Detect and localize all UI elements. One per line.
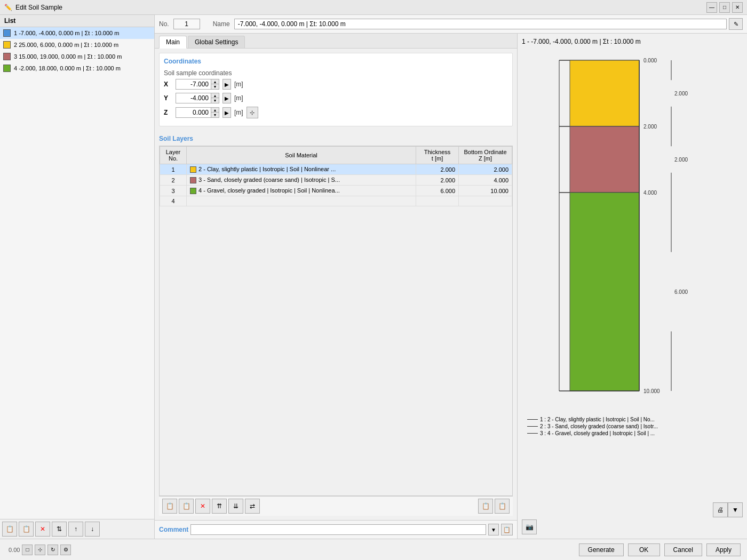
layer-thickness-cell: 2.000 — [416, 175, 459, 186]
y-arrow-button[interactable]: ▶ — [222, 93, 231, 103]
x-unit: [m] — [234, 81, 243, 88]
x-arrow-button[interactable]: ▶ — [222, 79, 231, 90]
move-up-button[interactable]: ↑ — [68, 522, 83, 537]
move-down-button[interactable]: ↓ — [85, 522, 100, 537]
name-input[interactable] — [234, 19, 727, 29]
z-decrement-button[interactable]: ▼ — [211, 113, 219, 117]
bottom-bar: 0.00 □ ⊹ ↻ ⚙ Generate OK Cancel Apply — [0, 539, 747, 560]
legend-text: 1 : 2 - Clay, slightly plastic | Isotrop… — [540, 417, 655, 422]
layer-action1-button[interactable]: ⇈ — [212, 499, 227, 514]
status-icon4[interactable]: ⚙ — [60, 545, 71, 555]
z-increment-button[interactable]: ▲ — [211, 108, 219, 113]
list-item[interactable]: 3 15.000, 19.000, 0.000 m | Σt : 10.000 … — [0, 51, 154, 62]
apply-button[interactable]: Apply — [706, 543, 741, 556]
legend-dash — [527, 426, 538, 427]
col-bottom-ordinate: Bottom OrdinateZ [m] — [459, 147, 512, 164]
legend-dash — [527, 419, 538, 420]
y-input[interactable] — [176, 93, 211, 103]
layer-toolbar-left: 📋 📋 ✕ ⇈ ⇊ ⇄ — [162, 499, 260, 514]
layer-material-cell: 3 - Sand, closely graded (coarse sand) |… — [187, 175, 416, 186]
duplicate-layer-button[interactable]: 📋 — [179, 499, 194, 514]
x-input[interactable] — [176, 79, 211, 89]
y-decrement-button[interactable]: ▼ — [211, 98, 219, 103]
z-axis-label: Z — [164, 109, 172, 116]
viz-camera-button[interactable]: 📷 — [522, 519, 537, 534]
layer-color-box — [190, 177, 196, 183]
status-icon3[interactable]: ↻ — [47, 545, 58, 555]
name-edit-button[interactable]: ✎ — [729, 18, 743, 30]
x-decrement-button[interactable]: ▼ — [211, 84, 219, 89]
list-item[interactable]: 4 -2.000, 18.000, 0.000 m | Σt : 10.000 … — [0, 62, 154, 74]
ok-button[interactable]: OK — [628, 543, 660, 556]
x-spinbox[interactable]: ▲ ▼ — [176, 79, 219, 90]
titlebar-title: Edit Soil Sample — [15, 4, 62, 11]
layer-bottom-cell: 2.000 — [459, 164, 512, 175]
layer-copy-button[interactable]: 📋 — [478, 499, 493, 514]
minimize-button[interactable]: — — [706, 2, 717, 13]
svg-text:10.000: 10.000 — [643, 388, 660, 394]
layer-bottom-cell — [459, 196, 512, 206]
add-layer-button[interactable]: 📋 — [162, 499, 177, 514]
list-item[interactable]: 1 -7.000, -4.000, 0.000 m | Σt : 10.000 … — [0, 27, 154, 39]
svg-rect-16 — [570, 193, 639, 391]
comment-input[interactable] — [190, 524, 486, 535]
list-item-color — [3, 41, 11, 49]
status-icon2[interactable]: ⊹ — [35, 545, 45, 555]
list-item[interactable]: 2 25.000, 6.000, 0.000 m | Σt : 10.000 m — [0, 39, 154, 51]
sort-icon: ⇅ — [57, 525, 62, 533]
close-button[interactable]: ✕ — [732, 2, 743, 13]
x-increment-button[interactable]: ▲ — [211, 79, 219, 84]
comment-dropdown-button[interactable]: ▼ — [488, 524, 499, 535]
z-arrow-button[interactable]: ▶ — [222, 107, 231, 118]
layer-bottom-cell: 10.000 — [459, 186, 512, 196]
comment-label: Comment — [159, 526, 188, 533]
z-spinners: ▲ ▼ — [211, 108, 219, 117]
coordinates-sub-label: Soil sample coordinates — [164, 69, 508, 77]
maximize-button[interactable]: □ — [719, 2, 730, 13]
cancel-button[interactable]: Cancel — [664, 543, 702, 556]
titlebar-controls[interactable]: — □ ✕ — [706, 2, 743, 13]
delete-item-button[interactable]: ✕ — [35, 522, 50, 537]
comment-copy-button[interactable]: 📋 — [501, 524, 513, 535]
soil-column-svg: 0.0002.0002.0004.0002.00010.0006.000 — [527, 50, 730, 412]
add-item-button[interactable]: 📋 — [2, 522, 17, 537]
x-axis-label: X — [164, 81, 172, 88]
table-row[interactable]: 34 - Gravel, closely graded | Isotropic … — [160, 186, 512, 196]
svg-text:2.000: 2.000 — [674, 157, 688, 163]
table-row[interactable]: 23 - Sand, closely graded (coarse sand) … — [160, 175, 512, 186]
duplicate-item-button[interactable]: 📋 — [19, 522, 34, 537]
layer-thickness-cell: 6.000 — [416, 186, 459, 196]
table-row[interactable]: 12 - Clay, slightly plastic | Isotropic … — [160, 164, 512, 175]
z-input[interactable] — [176, 108, 211, 117]
svg-text:2.000: 2.000 — [643, 124, 657, 130]
layer-paste-button[interactable]: 📋 — [495, 499, 510, 514]
svg-rect-9 — [570, 126, 639, 193]
y-spinbox[interactable]: ▲ ▼ — [176, 93, 219, 103]
list-items: 1 -7.000, -4.000, 0.000 m | Σt : 10.000 … — [0, 27, 154, 519]
delete-icon: ✕ — [40, 525, 45, 533]
layer-action2-button[interactable]: ⇊ — [228, 499, 243, 514]
status-icon1[interactable]: □ — [22, 545, 33, 555]
viz-print-button[interactable]: 🖨 — [713, 502, 728, 517]
layer-no-cell: 1 — [160, 164, 187, 175]
y-spinners: ▲ ▼ — [211, 93, 219, 103]
table-row[interactable]: 4 — [160, 196, 512, 206]
y-increment-button[interactable]: ▲ — [211, 93, 219, 98]
list-item-color — [3, 53, 11, 60]
top-bar: No. 1 Name ✎ — [155, 15, 747, 34]
generate-button[interactable]: Generate — [579, 543, 624, 556]
layer-material-text: 2 - Clay, slightly plastic | Isotropic |… — [198, 166, 336, 172]
legend-text: 3 : 4 - Gravel, closely graded | Isotrop… — [540, 430, 655, 436]
pick-point-button[interactable]: ⊹ — [247, 107, 258, 118]
tab-global[interactable]: Global Settings — [188, 36, 245, 48]
tab-main[interactable]: Main — [159, 36, 187, 49]
legend: 1 : 2 - Clay, slightly plastic | Isotrop… — [527, 417, 658, 437]
duplicate-icon: 📋 — [22, 525, 30, 533]
viz-dropdown-button[interactable]: ▼ — [728, 502, 743, 517]
layer-action3-button[interactable]: ⇄ — [245, 499, 260, 514]
z-spinbox[interactable]: ▲ ▼ — [176, 107, 219, 118]
layer-material-cell: 4 - Gravel, closely graded | Isotropic |… — [187, 186, 416, 196]
name-input-wrap: ✎ — [234, 18, 743, 30]
delete-layer-button[interactable]: ✕ — [195, 499, 210, 514]
sort-button[interactable]: ⇅ — [52, 522, 67, 537]
